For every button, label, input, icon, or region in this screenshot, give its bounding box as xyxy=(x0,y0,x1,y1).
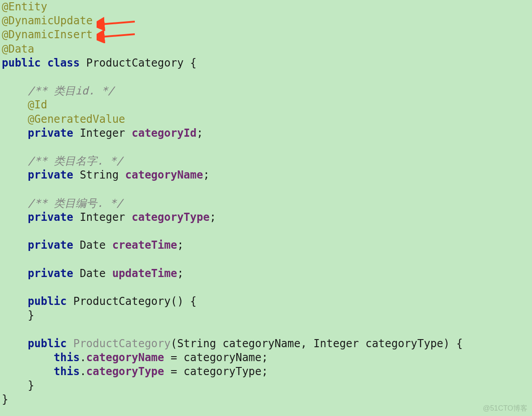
comment-type: /** 类目编号. */ xyxy=(28,197,123,210)
close-brace: } xyxy=(2,393,8,406)
type-string: String xyxy=(80,169,119,181)
semicolon: ; xyxy=(262,351,268,364)
equals: = xyxy=(164,351,183,364)
keyword-class: class xyxy=(47,57,80,69)
annotation-data: @Data xyxy=(2,43,34,55)
open-brace: { xyxy=(456,337,462,350)
close-brace: } xyxy=(28,379,34,392)
close-brace: } xyxy=(28,309,34,322)
equals: = xyxy=(164,365,183,378)
comment-id: /** 类目id. */ xyxy=(28,85,115,97)
field-category-type: categoryType xyxy=(132,211,209,224)
keyword-private: private xyxy=(28,127,73,139)
type-integer: Integer xyxy=(80,127,125,139)
semicolon: ; xyxy=(262,365,268,378)
annotation-id: @Id xyxy=(28,98,47,111)
watermark: @51CTO博客 xyxy=(483,404,528,413)
keyword-this: this xyxy=(54,365,80,378)
constructor-noarg: ProductCategory() xyxy=(73,295,184,308)
keyword-this: this xyxy=(54,351,80,364)
semicolon: ; xyxy=(209,211,216,224)
semicolon: ; xyxy=(177,267,183,280)
type-integer: Integer xyxy=(80,211,125,224)
open-brace: { xyxy=(190,57,196,69)
keyword-private: private xyxy=(28,169,73,181)
type-date: Date xyxy=(80,239,106,251)
class-name: ProductCategory xyxy=(86,57,184,69)
dot: . xyxy=(80,365,86,378)
code-block: @Entity @DynamicUpdate @DynamicInsert @D… xyxy=(0,0,532,407)
annotation-generated-value: @GeneratedValue xyxy=(28,113,125,125)
dot: . xyxy=(80,351,86,364)
field-category-id: categoryId xyxy=(132,127,197,139)
keyword-public: public xyxy=(28,337,67,350)
constructor-params: (String categoryName, Integer categoryTy… xyxy=(171,337,450,350)
assign-category-type-lhs: categoryType xyxy=(86,365,164,378)
keyword-private: private xyxy=(28,267,73,280)
assign-category-type-rhs: categoryType xyxy=(184,365,262,378)
semicolon: ; xyxy=(177,239,183,251)
assign-category-name-lhs: categoryName xyxy=(86,351,164,364)
keyword-private: private xyxy=(28,239,73,251)
open-brace: { xyxy=(190,295,196,308)
field-category-name: categoryName xyxy=(125,169,203,181)
keyword-public: public xyxy=(2,57,41,69)
semicolon: ; xyxy=(203,169,209,181)
type-date: Date xyxy=(80,267,106,280)
field-update-time: updateTime xyxy=(112,267,177,280)
semicolon: ; xyxy=(197,127,203,139)
annotation-entity: @Entity xyxy=(2,0,47,13)
constructor-name: ProductCategory xyxy=(73,337,171,350)
assign-category-name-rhs: categoryName xyxy=(184,351,262,364)
comment-name: /** 类目名字. */ xyxy=(28,155,123,167)
keyword-private: private xyxy=(28,211,73,224)
keyword-public: public xyxy=(28,295,67,308)
annotation-dynamic-update: @DynamicUpdate xyxy=(2,14,93,27)
field-create-time: createTime xyxy=(112,239,177,251)
annotation-dynamic-insert: @DynamicInsert xyxy=(2,28,93,41)
